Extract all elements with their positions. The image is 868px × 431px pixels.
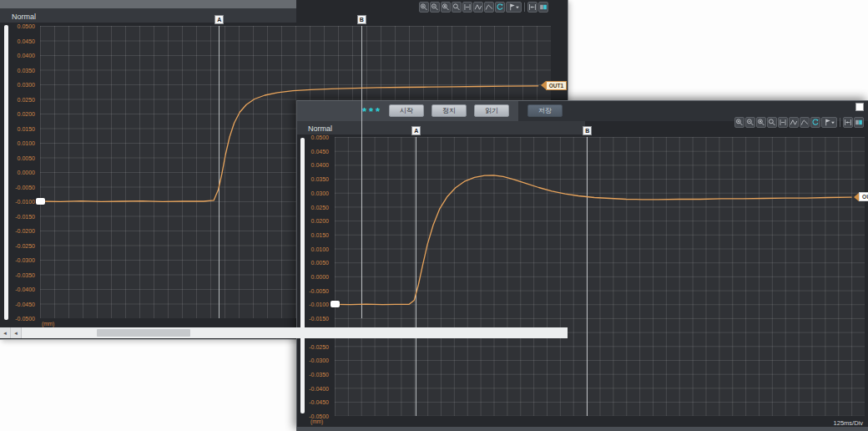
marker-flag-dropdown-icon[interactable] [506, 2, 522, 13]
tab-normal[interactable]: Normal [12, 13, 36, 21]
y-axis-label: -0.0500 [309, 413, 329, 419]
y-axis-unit: (mm) [310, 418, 323, 424]
trace-label-tag[interactable]: OUT1 [541, 81, 567, 90]
y-axis-label: 0.0400 [311, 162, 329, 168]
trace-label-tag[interactable]: OUT1 [854, 192, 868, 201]
window-corner-handle[interactable] [855, 103, 864, 111]
zoom-in-icon[interactable] [734, 117, 744, 128]
trace-start-handle[interactable] [36, 198, 45, 205]
y-axis-label: -0.0150 [309, 316, 329, 322]
display-split-icon[interactable] [854, 117, 864, 128]
y-axis-label: 0.0000 [311, 274, 329, 280]
y-axis-label: 0.0150 [311, 231, 329, 237]
refresh-icon[interactable] [810, 117, 820, 128]
vertical-scrollbar[interactable] [300, 138, 305, 413]
zoom-in-icon[interactable] [419, 2, 429, 13]
waveform-peak-icon[interactable] [484, 2, 494, 13]
y-axis-label: 0.0350 [18, 67, 35, 73]
y-axis-label: 0.0050 [311, 260, 329, 266]
y-axis-label: -0.0450 [309, 399, 329, 405]
y-axis-label: 0.0300 [311, 190, 329, 195]
vertical-scrollbar[interactable] [4, 25, 8, 320]
y-axis-label: -0.0300 [309, 357, 329, 363]
y-axis-label: -0.0350 [15, 271, 35, 277]
scrollbar-thumb[interactable] [97, 329, 190, 337]
display-split-icon[interactable] [538, 2, 548, 13]
cursor-measure-icon[interactable] [843, 117, 853, 128]
y-axis-label: 0.0100 [18, 140, 35, 146]
trace-name: OUT1 [859, 192, 868, 201]
y-axis-label: 0.0150 [18, 125, 35, 131]
y-axis-label: -0.0250 [15, 242, 35, 248]
waveform-n-icon[interactable] [473, 2, 483, 13]
chart-toolbar [419, 2, 548, 13]
scroll-left-end-icon[interactable]: ◂ [0, 327, 11, 338]
zoom-region-icon[interactable] [441, 2, 451, 13]
y-axis-label: 0.0300 [18, 82, 35, 88]
zoom-region-icon[interactable] [756, 117, 766, 128]
toolbar-separator [840, 118, 840, 127]
y-axis-label: -0.0400 [15, 286, 35, 292]
tab-bar [0, 8, 296, 23]
y-axis-label: 0.0100 [311, 246, 329, 251]
trace-out1 [335, 137, 865, 416]
refresh-icon[interactable] [495, 2, 505, 13]
y-axis: 0.05000.04500.04000.03500.03000.02500.02… [5, 26, 37, 318]
zoom-reset-icon[interactable] [452, 2, 462, 13]
y-axis-label: 0.0200 [18, 111, 35, 117]
zoom-out-icon[interactable] [430, 2, 440, 13]
window-bottom-strip [297, 427, 868, 431]
y-axis-label: -0.0350 [309, 371, 329, 377]
y-axis-unit: (mm) [42, 321, 54, 327]
y-axis-label: -0.0100 [309, 302, 329, 307]
y-axis-label: 0.0200 [311, 218, 329, 224]
y-axis-label: -0.0150 [15, 213, 35, 219]
chart-toolbar [734, 117, 864, 128]
screen: Normal 0.05000.04500.04000.03500.03000.0… [0, 0, 868, 431]
cursor-b-label[interactable]: B [583, 126, 592, 135]
y-axis-label: 0.0050 [18, 155, 35, 160]
cursor-b-label[interactable]: B [357, 15, 366, 24]
zoom-out-icon[interactable] [745, 117, 755, 128]
y-axis-label: 0.0400 [18, 53, 35, 58]
scale-fit-icon[interactable] [462, 2, 472, 13]
y-axis-label: 0.0500 [18, 23, 35, 29]
y-axis-label: -0.0450 [15, 301, 35, 307]
y-axis-label: 0.0000 [18, 170, 35, 175]
zoom-reset-icon[interactable] [767, 117, 777, 128]
scroll-left-icon[interactable]: ◂ [11, 327, 22, 338]
plot-area[interactable]: A B OUT1 [335, 137, 865, 416]
y-axis-label: 0.0250 [18, 96, 35, 102]
marker-flag-dropdown-icon[interactable] [821, 117, 837, 128]
y-axis-label: -0.0300 [15, 257, 35, 263]
y-axis-label: 0.0450 [18, 38, 35, 43]
y-axis-label: -0.0050 [15, 184, 35, 190]
toolbar-separator [524, 3, 525, 12]
y-axis-label: 0.0250 [311, 204, 329, 210]
y-axis-label: -0.0250 [309, 343, 329, 349]
trace-start-handle[interactable] [331, 301, 340, 307]
y-axis-label: 0.0450 [311, 148, 329, 154]
scale-fit-icon[interactable] [778, 117, 788, 128]
y-axis-label: 0.0350 [311, 176, 329, 182]
y-axis-label: -0.0500 [15, 316, 35, 322]
waveform-peak-icon[interactable] [800, 117, 810, 128]
y-axis-label: -0.0050 [309, 287, 329, 293]
trace-name: OUT1 [546, 81, 567, 90]
waveform-n-icon[interactable] [789, 117, 799, 128]
y-axis-label: 0.0500 [311, 134, 329, 140]
y-axis-label: -0.0100 [15, 199, 35, 205]
y-axis: 0.05000.04500.04000.03500.03000.02500.02… [302, 137, 331, 416]
window-header-strip [0, 0, 296, 8]
time-per-div-label: 125ms/Div [834, 419, 863, 427]
scope-window-front: *** 시작 정지 읽기 저장 Normal 0.050 [296, 100, 868, 431]
y-axis-label: -0.0400 [309, 385, 329, 391]
cursor-a-label[interactable]: A [214, 15, 224, 24]
horizontal-scrollbar[interactable]: ◂ ◂ [0, 327, 568, 338]
y-axis-label: -0.0200 [15, 228, 35, 234]
cursor-measure-icon[interactable] [527, 2, 537, 13]
